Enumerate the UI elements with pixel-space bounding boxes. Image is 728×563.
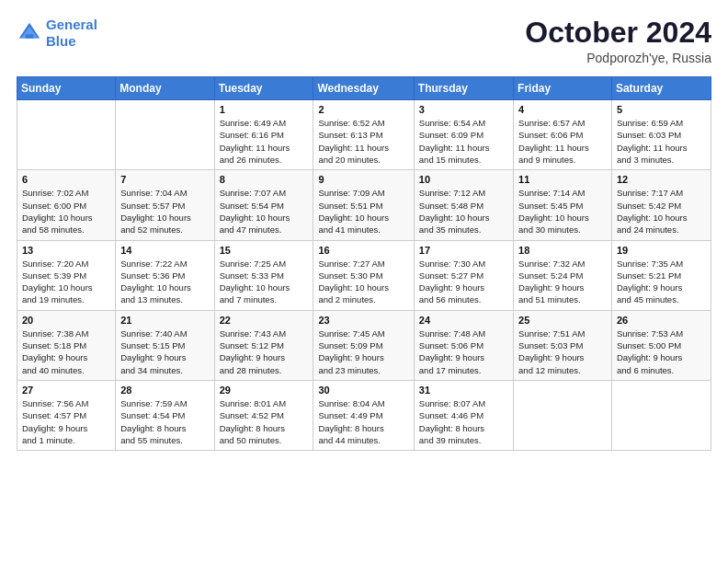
calendar-header-sunday: Sunday (17, 77, 116, 100)
logo-line2: Blue (46, 33, 76, 49)
calendar-table: SundayMondayTuesdayWednesdayThursdayFrid… (17, 76, 711, 451)
calendar-cell: 20Sunrise: 7:38 AM Sunset: 5:18 PM Dayli… (17, 310, 116, 380)
day-number: 13 (22, 245, 110, 256)
day-number: 16 (318, 245, 408, 256)
cell-daylight-text: Sunrise: 7:09 AM Sunset: 5:51 PM Dayligh… (318, 187, 408, 236)
calendar-cell: 30Sunrise: 8:04 AM Sunset: 4:49 PM Dayli… (313, 380, 414, 450)
calendar-cell: 19Sunrise: 7:35 AM Sunset: 5:21 PM Dayli… (611, 240, 711, 310)
calendar-cell: 2Sunrise: 6:52 AM Sunset: 6:13 PM Daylig… (313, 100, 414, 170)
location: Podporozh'ye, Russia (525, 51, 711, 65)
day-number: 26 (617, 315, 706, 326)
calendar-cell: 17Sunrise: 7:30 AM Sunset: 5:27 PM Dayli… (414, 240, 513, 310)
calendar-cell: 22Sunrise: 7:43 AM Sunset: 5:12 PM Dayli… (214, 310, 313, 380)
cell-daylight-text: Sunrise: 7:40 AM Sunset: 5:15 PM Dayligh… (120, 327, 209, 376)
calendar-cell: 16Sunrise: 7:27 AM Sunset: 5:30 PM Dayli… (313, 240, 414, 310)
calendar-cell: 6Sunrise: 7:02 AM Sunset: 6:00 PM Daylig… (17, 170, 116, 240)
calendar-cell: 8Sunrise: 7:07 AM Sunset: 5:54 PM Daylig… (214, 170, 313, 240)
day-number: 6 (22, 174, 110, 185)
logo: General Blue (17, 17, 97, 50)
day-number: 9 (318, 174, 408, 185)
calendar-cell: 4Sunrise: 6:57 AM Sunset: 6:06 PM Daylig… (514, 100, 612, 170)
day-number: 28 (120, 385, 209, 396)
svg-rect-2 (26, 34, 33, 38)
calendar-cell: 10Sunrise: 7:12 AM Sunset: 5:48 PM Dayli… (414, 170, 513, 240)
day-number: 18 (518, 245, 607, 256)
calendar-cell: 21Sunrise: 7:40 AM Sunset: 5:15 PM Dayli… (116, 310, 214, 380)
cell-daylight-text: Sunrise: 8:01 AM Sunset: 4:52 PM Dayligh… (220, 397, 309, 446)
page: General Blue October 2024 Podporozh'ye, … (0, 0, 728, 563)
calendar-cell: 25Sunrise: 7:51 AM Sunset: 5:03 PM Dayli… (514, 310, 612, 380)
day-number: 7 (120, 174, 209, 185)
cell-daylight-text: Sunrise: 7:17 AM Sunset: 5:42 PM Dayligh… (617, 187, 706, 236)
calendar-header-friday: Friday (514, 77, 612, 100)
cell-daylight-text: Sunrise: 7:14 AM Sunset: 5:45 PM Dayligh… (518, 187, 607, 236)
calendar-cell: 31Sunrise: 8:07 AM Sunset: 4:46 PM Dayli… (414, 380, 513, 450)
cell-daylight-text: Sunrise: 6:59 AM Sunset: 6:03 PM Dayligh… (617, 117, 706, 166)
calendar-cell: 26Sunrise: 7:53 AM Sunset: 5:00 PM Dayli… (611, 310, 711, 380)
day-number: 21 (120, 315, 209, 326)
day-number: 22 (220, 315, 309, 326)
cell-daylight-text: Sunrise: 6:54 AM Sunset: 6:09 PM Dayligh… (419, 117, 508, 166)
cell-daylight-text: Sunrise: 7:38 AM Sunset: 5:18 PM Dayligh… (22, 327, 110, 376)
day-number: 12 (617, 174, 706, 185)
logo-icon (17, 20, 42, 46)
calendar-cell: 12Sunrise: 7:17 AM Sunset: 5:42 PM Dayli… (611, 170, 711, 240)
cell-daylight-text: Sunrise: 7:07 AM Sunset: 5:54 PM Dayligh… (220, 187, 309, 236)
cell-daylight-text: Sunrise: 7:04 AM Sunset: 5:57 PM Dayligh… (120, 187, 209, 236)
day-number: 20 (22, 315, 110, 326)
calendar-week-row: 27Sunrise: 7:56 AM Sunset: 4:57 PM Dayli… (17, 380, 711, 450)
day-number: 8 (220, 174, 309, 185)
day-number: 30 (318, 385, 408, 396)
cell-daylight-text: Sunrise: 7:22 AM Sunset: 5:36 PM Dayligh… (120, 258, 209, 306)
calendar-cell: 14Sunrise: 7:22 AM Sunset: 5:36 PM Dayli… (116, 240, 214, 310)
calendar-cell: 29Sunrise: 8:01 AM Sunset: 4:52 PM Dayli… (214, 380, 313, 450)
calendar-cell: 5Sunrise: 6:59 AM Sunset: 6:03 PM Daylig… (611, 100, 711, 170)
calendar-cell (514, 380, 612, 450)
cell-daylight-text: Sunrise: 7:48 AM Sunset: 5:06 PM Dayligh… (419, 327, 508, 376)
cell-daylight-text: Sunrise: 6:49 AM Sunset: 6:16 PM Dayligh… (220, 117, 309, 166)
cell-daylight-text: Sunrise: 6:57 AM Sunset: 6:06 PM Dayligh… (518, 117, 607, 166)
calendar-cell: 7Sunrise: 7:04 AM Sunset: 5:57 PM Daylig… (116, 170, 214, 240)
day-number: 3 (419, 104, 508, 115)
cell-daylight-text: Sunrise: 7:53 AM Sunset: 5:00 PM Dayligh… (617, 327, 706, 376)
calendar-header-saturday: Saturday (611, 77, 711, 100)
calendar-cell: 1Sunrise: 6:49 AM Sunset: 6:16 PM Daylig… (214, 100, 313, 170)
day-number: 5 (617, 104, 706, 115)
cell-daylight-text: Sunrise: 7:43 AM Sunset: 5:12 PM Dayligh… (220, 327, 309, 376)
calendar-cell: 9Sunrise: 7:09 AM Sunset: 5:51 PM Daylig… (313, 170, 414, 240)
calendar-cell (116, 100, 214, 170)
day-number: 31 (419, 385, 508, 396)
day-number: 25 (518, 315, 607, 326)
day-number: 24 (419, 315, 508, 326)
calendar-cell: 24Sunrise: 7:48 AM Sunset: 5:06 PM Dayli… (414, 310, 513, 380)
day-number: 14 (120, 245, 209, 256)
cell-daylight-text: Sunrise: 7:12 AM Sunset: 5:48 PM Dayligh… (419, 187, 508, 236)
calendar-week-row: 6Sunrise: 7:02 AM Sunset: 6:00 PM Daylig… (17, 170, 711, 240)
calendar-cell: 3Sunrise: 6:54 AM Sunset: 6:09 PM Daylig… (414, 100, 513, 170)
day-number: 29 (220, 385, 309, 396)
day-number: 1 (220, 104, 309, 115)
calendar-cell: 23Sunrise: 7:45 AM Sunset: 5:09 PM Dayli… (313, 310, 414, 380)
calendar-cell: 28Sunrise: 7:59 AM Sunset: 4:54 PM Dayli… (116, 380, 214, 450)
logo-text: General Blue (46, 17, 97, 50)
cell-daylight-text: Sunrise: 8:04 AM Sunset: 4:49 PM Dayligh… (318, 397, 408, 446)
calendar-header-row: SundayMondayTuesdayWednesdayThursdayFrid… (17, 77, 711, 100)
title-block: October 2024 Podporozh'ye, Russia (525, 17, 711, 65)
cell-daylight-text: Sunrise: 7:32 AM Sunset: 5:24 PM Dayligh… (518, 258, 607, 306)
calendar-header-thursday: Thursday (414, 77, 513, 100)
day-number: 2 (318, 104, 408, 115)
calendar-cell (611, 380, 711, 450)
calendar-week-row: 13Sunrise: 7:20 AM Sunset: 5:39 PM Dayli… (17, 240, 711, 310)
day-number: 23 (318, 315, 408, 326)
day-number: 10 (419, 174, 508, 185)
day-number: 11 (518, 174, 607, 185)
calendar-cell: 11Sunrise: 7:14 AM Sunset: 5:45 PM Dayli… (514, 170, 612, 240)
calendar-cell (17, 100, 116, 170)
calendar-cell: 18Sunrise: 7:32 AM Sunset: 5:24 PM Dayli… (514, 240, 612, 310)
calendar-header-wednesday: Wednesday (313, 77, 414, 100)
cell-daylight-text: Sunrise: 7:45 AM Sunset: 5:09 PM Dayligh… (318, 327, 408, 376)
cell-daylight-text: Sunrise: 6:52 AM Sunset: 6:13 PM Dayligh… (318, 117, 408, 166)
cell-daylight-text: Sunrise: 8:07 AM Sunset: 4:46 PM Dayligh… (419, 397, 508, 446)
day-number: 15 (220, 245, 309, 256)
day-number: 17 (419, 245, 508, 256)
